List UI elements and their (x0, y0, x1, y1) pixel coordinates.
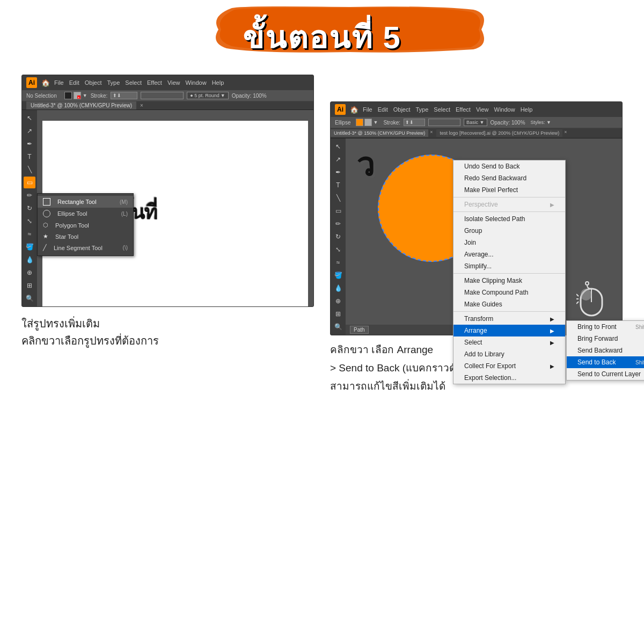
right-tool-scale[interactable]: ⤡ (332, 244, 344, 255)
left-tab-close[interactable]: × (140, 103, 143, 108)
ctx-group[interactable]: Group (453, 225, 565, 237)
ctx-library[interactable]: Add to Library (453, 348, 565, 360)
tool-star[interactable]: ★ Star Tool (38, 231, 133, 242)
right-tool-rotate[interactable]: ↻ (332, 231, 344, 243)
left-toolbar: No Selection ✕ ▼ Stroke: ⬆⬇ ● 5 pt. (22, 90, 313, 101)
tool-eyedrop[interactable]: 💧 (24, 254, 35, 266)
tool-rectangle[interactable]: Rectangle Tool (M) (38, 196, 133, 208)
ctx-pixel[interactable]: Make Pixel Perfect (453, 184, 565, 196)
sub-send-back[interactable]: Send to BackShift+Ctrl+[ (567, 356, 644, 368)
ctx-compound[interactable]: Make Compound Path (453, 287, 565, 298)
right-tool-warp[interactable]: ≈ (332, 257, 344, 268)
menu-help[interactable]: Help (212, 79, 224, 86)
right-tab1-close[interactable]: × (428, 129, 434, 137)
tool-rotate[interactable]: ↻ (24, 202, 35, 214)
left-tab: Untitled-3* @ 100% (CMYK/GPU Preview) × (22, 101, 313, 110)
left-tab-label[interactable]: Untitled-3* @ 100% (CMYK/GPU Preview) (26, 101, 136, 109)
polygon-icon: ⬡ (43, 222, 48, 229)
right-tool-text[interactable]: T (332, 179, 344, 191)
sub-send-backward[interactable]: Send BackwardCtrl+[ (567, 345, 644, 356)
sub-bring-forward[interactable]: Bring ForwardCtrl+] (567, 333, 644, 345)
menu-object[interactable]: Object (85, 79, 102, 86)
ctx-redo[interactable]: Redo Send Backward (453, 172, 565, 184)
ctx-guides[interactable]: Make Guides (453, 298, 565, 310)
right-menu-edit[interactable]: Edit (378, 106, 388, 113)
line-icon: ╱ (43, 244, 47, 251)
right-tab1[interactable]: Untitled-3* @ 150% (CMYK/GPU Preview) (331, 129, 428, 137)
right-menu-effect[interactable]: Effect (456, 106, 471, 113)
right-tool-direct[interactable]: ↗ (332, 153, 344, 165)
ctx-collect[interactable]: Collect For Export▶ (453, 360, 565, 372)
left-ai-window: Ai 🏠 File Edit Object Type Select Effect… (21, 75, 314, 307)
ctx-sep4 (453, 311, 565, 312)
right-tool-fill[interactable]: 🪣 (332, 269, 344, 281)
right-tab2[interactable]: test logo [Recovered].ai @ 200% (CMYK/GP… (436, 129, 562, 137)
tool-zoom[interactable]: 🔍 (24, 292, 35, 304)
ellipse-icon (43, 210, 50, 217)
menu-view[interactable]: View (167, 79, 180, 86)
menu-file[interactable]: File (54, 79, 64, 86)
left-desc-line2: คลิกขวาเลือกรูปทรงที่ต้องการ (21, 332, 314, 349)
right-tab2-close[interactable]: × (562, 129, 568, 137)
right-tools-sidebar: ↖ ↗ ✒ T ╲ ▭ ✏ ↻ ⤡ ≈ 🪣 💧 ⊕ ⊞ 🔍 (331, 138, 346, 335)
menu-select[interactable]: Select (125, 79, 142, 86)
menu-effect[interactable]: Effect (147, 79, 162, 86)
tool-ellipse[interactable]: Ellipse Tool (L) (38, 208, 133, 219)
ctx-transform[interactable]: Transform▶ (453, 313, 565, 325)
tool-fill[interactable]: 🪣 (24, 241, 35, 253)
right-ai-logo: Ai (335, 104, 346, 115)
tool-blend[interactable]: ⊕ (24, 267, 35, 279)
tool-scale[interactable]: ⤡ (24, 215, 35, 227)
right-tool-line[interactable]: ╲ (332, 192, 344, 204)
sub-send-layer[interactable]: Send to Current Layer (567, 368, 644, 380)
rectangle-tool-label: Rectangle Tool (57, 199, 115, 205)
tool-artboard[interactable]: ⊞ (24, 280, 35, 291)
right-tool-select[interactable]: ↖ (332, 141, 344, 152)
ctx-clipping[interactable]: Make Clipping Mask (453, 275, 565, 287)
tool-direct[interactable]: ↗ (24, 125, 35, 137)
right-menu-file[interactable]: File (363, 106, 372, 113)
right-ai-window: Ai 🏠 File Edit Object Type Select Effect… (330, 101, 623, 335)
right-menubar: Ai 🏠 File Edit Object Type Select Effect… (331, 102, 622, 117)
header-title-container: ขั้นตอนที่ 5 (226, 8, 417, 67)
arrange-submenu: Bring to FrontShift+Ctrl+] Bring Forward… (566, 320, 644, 380)
sub-bring-front[interactable]: Bring to FrontShift+Ctrl+] (567, 321, 644, 333)
tool-dropdown-menu: Rectangle Tool (M) Ellipse Tool (L) ⬡ Po… (37, 193, 134, 256)
tool-select[interactable]: ↖ (24, 112, 35, 124)
right-menu-help[interactable]: Help (521, 106, 533, 113)
ctx-undo[interactable]: Undo Send to Back (453, 160, 565, 172)
right-menu-select[interactable]: Select (434, 106, 450, 113)
ctx-select[interactable]: Select▶ (453, 336, 565, 348)
page-title: ขั้นตอนที่ 5 (243, 20, 401, 55)
tool-shape[interactable]: ▭ (24, 177, 35, 188)
tool-text[interactable]: T (24, 151, 35, 163)
tool-brush[interactable]: ✏ (24, 189, 35, 201)
right-tool-eyedrop[interactable]: 💧 (332, 282, 344, 294)
right-menu-window[interactable]: Window (494, 106, 515, 113)
polygon-tool-label: Polygon Tool (55, 222, 123, 229)
tool-line[interactable]: ╲ (24, 164, 35, 175)
right-tool-blend[interactable]: ⊕ (332, 295, 344, 307)
right-tool-brush[interactable]: ✏ (332, 218, 344, 230)
right-menu-type[interactable]: Type (416, 106, 429, 113)
right-menu-object[interactable]: Object (393, 106, 411, 113)
tool-line-segment[interactable]: ╱ Line Segment Tool (\) (38, 242, 133, 253)
tool-polygon[interactable]: ⬡ Polygon Tool (38, 219, 133, 231)
right-tool-pen[interactable]: ✒ (332, 166, 344, 178)
right-tool-shape[interactable]: ▭ (332, 205, 344, 217)
menu-window[interactable]: Window (186, 79, 207, 86)
menu-edit[interactable]: Edit (69, 79, 79, 86)
right-tool-artboard[interactable]: ⊞ (332, 308, 344, 320)
ctx-join[interactable]: Join (453, 237, 565, 248)
right-menu-view[interactable]: View (476, 106, 489, 113)
right-mouse-svg (576, 279, 606, 317)
tool-pen[interactable]: ✒ (24, 138, 35, 150)
ctx-simplify[interactable]: Simplify... (453, 260, 565, 272)
menu-type[interactable]: Type (107, 79, 120, 86)
ctx-arrange[interactable]: Arrange▶ Bring to FrontShift+Ctrl+] Brin… (453, 325, 565, 336)
ctx-average[interactable]: Average... (453, 248, 565, 260)
ctx-isolate[interactable]: Isolate Selected Path (453, 213, 565, 225)
right-tool-zoom[interactable]: 🔍 (332, 321, 344, 333)
tool-warp[interactable]: ≈ (24, 228, 35, 240)
ctx-export[interactable]: Export Selection... (453, 372, 565, 384)
